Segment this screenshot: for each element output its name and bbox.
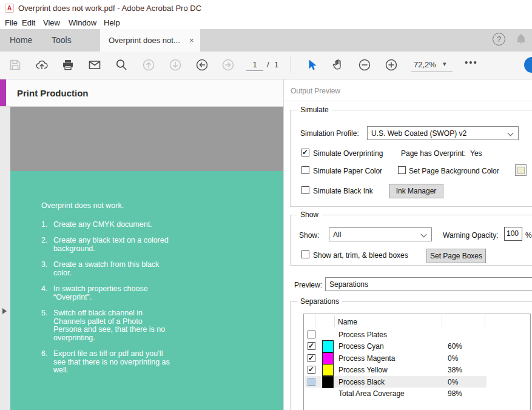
next-view-icon[interactable] xyxy=(221,58,235,72)
set-page-background-checkbox[interactable] xyxy=(398,166,406,174)
page-separator: / xyxy=(267,60,269,69)
zoom-out-icon[interactable] xyxy=(358,58,371,72)
simulation-profile-dropdown[interactable]: U.S. Web Coated (SWOP) v2 xyxy=(367,126,519,140)
preview-dropdown[interactable]: Separations xyxy=(325,277,532,291)
panel-divider xyxy=(283,79,284,410)
simulate-black-ink-label: Simulate Black Ink xyxy=(313,187,373,195)
chevron-down-icon: ▾ xyxy=(443,60,446,68)
separations-legend: Separations xyxy=(297,297,342,306)
output-preview-rule xyxy=(284,101,532,101)
menu-help[interactable]: Help xyxy=(104,18,120,27)
cloud-upload-icon[interactable] xyxy=(35,58,49,72)
help-icon[interactable]: ? xyxy=(493,33,505,45)
page-background-color-swatch[interactable] xyxy=(515,164,527,176)
simulation-profile-value: U.S. Web Coated (SWOP) v2 xyxy=(371,129,466,138)
viewer-background xyxy=(10,107,283,171)
output-preview-title: Output Preview xyxy=(291,87,340,95)
black-swatch xyxy=(322,376,334,388)
page-down-icon[interactable] xyxy=(169,58,182,72)
tab-home[interactable]: Home xyxy=(10,35,32,45)
column-divider xyxy=(315,315,315,327)
tab-document-label: Overprint does not... xyxy=(109,36,180,45)
acrobat-window: A Overprint does not work.pdf - Adobe Ac… xyxy=(0,0,532,410)
show-boxes-label: Show art, trim, & bleed boxes xyxy=(313,251,408,260)
page-up-icon[interactable] xyxy=(142,58,155,72)
show-dropdown[interactable]: All xyxy=(329,227,432,241)
chevron-down-icon xyxy=(421,232,427,238)
menu-edit[interactable]: Edit xyxy=(22,18,35,27)
simulate-paper-color-checkbox[interactable] xyxy=(301,166,309,174)
toolbar-divider xyxy=(291,57,291,73)
menu-window[interactable]: Window xyxy=(69,18,96,27)
process-magenta-checkbox[interactable] xyxy=(308,354,315,362)
menu-file[interactable]: File xyxy=(5,18,18,27)
process-plates-checkbox[interactable] xyxy=(308,331,315,338)
column-divider xyxy=(334,315,335,327)
simulate-legend: Simulate xyxy=(297,106,332,114)
separation-row-process-yellow[interactable]: Process Yellow 38% xyxy=(305,364,529,375)
select-tool-icon[interactable] xyxy=(305,58,318,72)
chevron-down-icon xyxy=(508,130,514,136)
search-icon[interactable] xyxy=(115,58,128,72)
doc-title: Overprint does not work. xyxy=(41,202,193,210)
tab-tools[interactable]: Tools xyxy=(52,35,72,45)
separation-row-process-black[interactable]: Process Black 0% xyxy=(305,376,487,388)
menu-view[interactable]: View xyxy=(43,18,60,27)
page-total: 1 xyxy=(274,60,278,69)
print-icon[interactable] xyxy=(61,58,75,72)
menu-bar: File Edit View Window Help xyxy=(0,16,532,29)
warning-opacity-input[interactable]: 100 xyxy=(504,227,522,241)
pdf-file-icon: A xyxy=(5,4,14,13)
doc-step-1: 1.Create any CMYK document. xyxy=(41,221,193,229)
email-icon[interactable] xyxy=(88,58,101,72)
ink-manager-button[interactable]: Ink Manager xyxy=(389,184,443,198)
zoom-level-value: 72,2% xyxy=(414,60,436,69)
doc-step-3: 3.Create a swatch from this black color. xyxy=(41,261,193,277)
sidebar-expand-icon[interactable] xyxy=(2,308,7,314)
more-options-icon[interactable]: ••• xyxy=(465,57,478,67)
tab-close-icon[interactable]: × xyxy=(189,36,194,45)
notifications-bell-icon[interactable] xyxy=(514,33,528,46)
tab-bar: Home Tools Overprint does not... × xyxy=(0,29,532,52)
title-bar: A Overprint does not work.pdf - Adobe Ac… xyxy=(0,0,532,16)
magenta-swatch xyxy=(322,352,334,365)
zoom-in-icon[interactable] xyxy=(385,58,398,72)
process-cyan-checkbox[interactable] xyxy=(308,342,315,350)
simulate-overprinting-checkbox[interactable] xyxy=(301,149,309,156)
show-label: Show: xyxy=(299,231,319,240)
column-divider xyxy=(442,315,442,327)
separation-row-process-magenta[interactable]: Process Magenta 0% xyxy=(305,352,529,364)
cyan-swatch xyxy=(322,340,334,352)
left-panel-strip xyxy=(0,107,10,410)
color-swatch xyxy=(517,167,525,174)
doc-step-4: 4.In swatch properties choose “Overprint… xyxy=(41,285,193,301)
pdf-page: Overprint does not work. 1.Create any CM… xyxy=(10,171,283,410)
tab-document[interactable]: Overprint does not... × xyxy=(100,29,200,52)
preview-label: Preview: xyxy=(294,281,322,289)
pdf-page-text: Overprint does not work. 1.Create any CM… xyxy=(41,202,193,375)
doc-step-2: 2.Create any black text on a colored bac… xyxy=(41,237,193,253)
hand-tool-icon[interactable] xyxy=(331,58,345,72)
show-boxes-checkbox[interactable] xyxy=(301,250,309,258)
page-has-overprint-value: Yes xyxy=(470,149,482,158)
print-production-title: Print Production xyxy=(17,88,89,98)
separation-row-process-plates[interactable]: Process Plates xyxy=(305,329,529,340)
simulate-black-ink-checkbox[interactable] xyxy=(301,186,309,194)
zoom-level-dropdown[interactable]: 72,2% ▾ xyxy=(411,58,453,72)
column-header-name: Name xyxy=(338,318,357,326)
save-icon[interactable] xyxy=(8,58,22,72)
previous-view-icon[interactable] xyxy=(195,58,209,72)
separation-row-process-cyan[interactable]: Process Cyan 60% xyxy=(305,340,529,352)
separations-table: Name Process Plates Process Cyan 60% Pro… xyxy=(303,314,531,410)
print-production-accent-bar xyxy=(0,79,6,106)
warning-opacity-label: Warning Opacity: xyxy=(443,231,499,240)
separation-row-total-area-coverage: Total Area Coverage 98% xyxy=(305,388,529,399)
process-yellow-checkbox[interactable] xyxy=(308,366,315,374)
set-page-boxes-button[interactable]: Set Page Boxes xyxy=(426,249,486,263)
process-black-checkbox[interactable] xyxy=(308,378,315,386)
doc-step-6: 6.Export file as tiff or pdf and you’ll … xyxy=(41,350,193,375)
doc-step-5: 5.Switch off black channel in Channels p… xyxy=(41,309,193,342)
simulate-paper-color-label: Simulate Paper Color xyxy=(313,167,382,175)
page-number-input[interactable]: 1 xyxy=(246,59,263,71)
simulation-profile-label: Simulation Profile: xyxy=(300,129,359,138)
